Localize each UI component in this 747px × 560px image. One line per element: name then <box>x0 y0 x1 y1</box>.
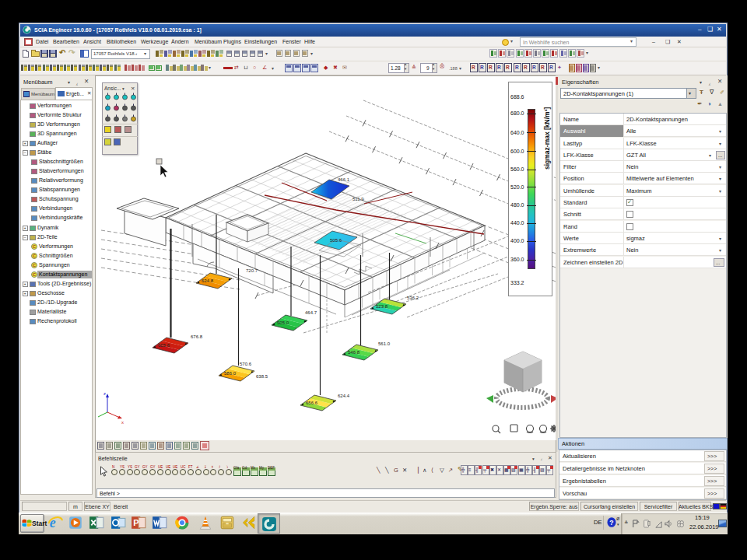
svg-text:466.1: 466.1 <box>338 177 350 182</box>
svg-text:505.0: 505.0 <box>277 320 289 325</box>
svg-text:720.7: 720.7 <box>246 268 258 273</box>
svg-text:464.7: 464.7 <box>305 310 317 315</box>
svg-text:P: P <box>133 518 139 527</box>
svg-text:570.6: 570.6 <box>240 362 252 366</box>
svg-text:x: x <box>121 420 124 425</box>
svg-text:536.2: 536.2 <box>407 296 419 300</box>
svg-text:624.4: 624.4 <box>338 394 350 398</box>
svg-text:546.8: 546.8 <box>348 350 360 355</box>
svg-text:676.8: 676.8 <box>191 334 203 339</box>
svg-text:586.0: 586.0 <box>224 371 237 376</box>
svg-text:523.8: 523.8 <box>376 304 388 309</box>
svg-text:z: z <box>103 391 106 396</box>
svg-text:?: ? <box>609 519 613 527</box>
svg-text:505.6: 505.6 <box>330 238 342 243</box>
svg-text:511.9: 511.9 <box>352 197 364 201</box>
svg-text:656.6: 656.6 <box>306 401 318 405</box>
svg-text:605.6: 605.6 <box>158 343 170 348</box>
svg-text:638.5: 638.5 <box>256 374 268 379</box>
svg-text:634.8: 634.8 <box>202 278 214 283</box>
svg-text:561.0: 561.0 <box>378 341 391 346</box>
